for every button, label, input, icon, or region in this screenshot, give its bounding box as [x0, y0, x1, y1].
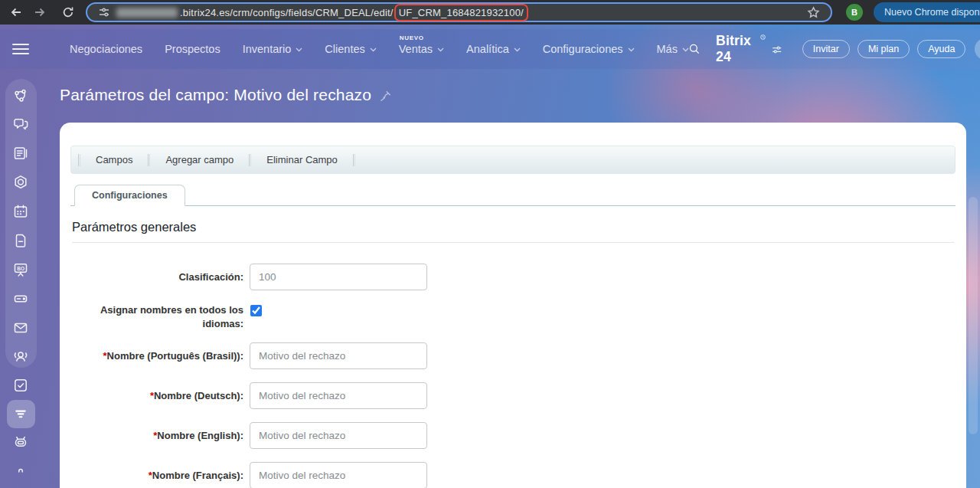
sidebar-item-sites[interactable]: [11, 173, 30, 192]
sidebar-item-mail[interactable]: [11, 319, 30, 337]
chevron-down-icon: [296, 47, 302, 52]
toolbar-item-eliminar-campo[interactable]: Eliminar Campo: [252, 154, 351, 165]
name-pt-br-label: *Nombre (Português (Brasil)):: [72, 349, 243, 363]
nav-right-cluster: Bitrix 24 Invitar Mi plan Ayuda 10:57PM: [689, 33, 980, 65]
sidebar-item-groups[interactable]: [11, 347, 30, 365]
url-address-bar[interactable]: .bitrix24.es/crm/configs/fields/CRM_DEAL…: [86, 2, 832, 22]
toolbar-divider: [148, 154, 150, 166]
name-de-input[interactable]: [250, 382, 427, 409]
field-settings-form: Clasificación: Asignar nombres en todos …: [72, 264, 954, 488]
nav-item-inventario[interactable]: Inventario: [243, 43, 303, 55]
chevron-down-icon: [628, 47, 635, 52]
nav-item-mas[interactable]: Más: [657, 43, 689, 55]
svg-text:BO: BO: [17, 266, 24, 271]
hamburger-icon: [12, 41, 29, 57]
main-navigation-bar: Negociaciones Prospectos Inventario Clie…: [0, 29, 980, 69]
sidebar-item-messenger[interactable]: [11, 115, 30, 133]
clock-badge-icon: [760, 34, 766, 41]
content-card: Campos Agregar campo Eliminar Campo Conf…: [60, 123, 966, 488]
reload-button[interactable]: [57, 2, 80, 22]
chevron-down-icon: [437, 47, 444, 52]
name-en-label: *Nombre (English):: [72, 429, 243, 443]
sliders-icon[interactable]: [772, 44, 782, 55]
url-path: .bitrix24.es/crm/configs/fields/CRM_DEAL…: [180, 7, 394, 18]
back-button[interactable]: [5, 2, 28, 22]
drive-icon: [11, 290, 30, 308]
nav-item-ventas[interactable]: NUEVO Ventas: [399, 43, 444, 55]
clock-widget[interactable]: 10:57PM: [975, 38, 980, 60]
name-en-input[interactable]: [250, 422, 427, 449]
tasks-icon: [11, 376, 30, 395]
name-de-row: *Nombre (Deutsch):: [72, 382, 954, 409]
chevron-down-icon: [682, 47, 689, 52]
nuevo-badge: NUEVO: [400, 34, 424, 41]
nav-item-configuraciones[interactable]: Configuraciones: [543, 43, 635, 55]
sidebar-item-drive[interactable]: [11, 290, 30, 308]
name-pt-br-input[interactable]: [250, 342, 427, 369]
group-icon: [11, 347, 30, 365]
url-highlighted-segment: UF_CRM_1684821932100/: [394, 4, 528, 21]
name-fr-input[interactable]: [250, 462, 427, 488]
nav-item-negociaciones[interactable]: Negociaciones: [70, 43, 142, 55]
my-plan-button[interactable]: Mi plan: [858, 40, 910, 58]
sidebar-item-pulse[interactable]: [11, 87, 30, 105]
field-toolbar: Campos Agregar campo Eliminar Campo: [70, 146, 956, 174]
invite-button[interactable]: Invitar: [802, 40, 850, 58]
search-icon[interactable]: [689, 42, 700, 56]
assign-names-checkbox[interactable]: [250, 305, 262, 316]
board-icon: BO: [11, 260, 30, 279]
right-panel-edge[interactable]: [969, 197, 978, 434]
forward-arrow-icon: [33, 6, 46, 18]
menu-toggle-button[interactable]: [12, 41, 29, 57]
assign-names-row: Asignar nombres en todos los idiomas:: [72, 303, 954, 330]
nav-item-clientes[interactable]: Clientes: [325, 43, 376, 55]
name-fr-label: *Nombre (Français):: [72, 469, 243, 483]
chat-icon: [11, 115, 30, 133]
nav-item-analitica[interactable]: Analítica: [466, 43, 521, 55]
nav-menu: Negociaciones Prospectos Inventario Clie…: [70, 43, 689, 55]
chrome-update-button[interactable]: Nuevo Chrome disponible: [874, 2, 980, 22]
bitrix24-logo: Bitrix 24: [716, 33, 766, 65]
sidebar-item-calendar[interactable]: [11, 202, 30, 221]
hexagon-icon: [11, 173, 30, 192]
toolbar-item-campos[interactable]: Campos: [81, 154, 147, 165]
page-title-row: Parámetros del campo: Motivo del rechazo: [60, 86, 391, 104]
toolbar-divider: [78, 154, 80, 166]
mail-icon: [11, 319, 30, 337]
help-button[interactable]: Ayuda: [917, 40, 965, 58]
nav-buttons: Invitar Mi plan Ayuda: [802, 40, 966, 58]
toolbar-divider: [353, 154, 355, 166]
name-de-label: *Nombre (Deutsch):: [72, 389, 243, 403]
nav-item-prospectos[interactable]: Prospectos: [165, 43, 220, 55]
section-title: Parámetros generales: [72, 220, 954, 243]
market-icon: [11, 454, 30, 473]
classification-input[interactable]: [250, 264, 427, 290]
chevron-down-icon: [370, 47, 377, 52]
sidebar-item-crm-active[interactable]: [11, 404, 30, 423]
tab-configuraciones[interactable]: Configuraciones: [74, 185, 185, 206]
toolbar-item-agregar-campo[interactable]: Agregar campo: [151, 154, 248, 165]
pulse-icon: [11, 87, 30, 105]
sidebar-item-market[interactable]: [11, 454, 30, 473]
name-fr-row: *Nombre (Français):: [72, 462, 954, 488]
toolbar-divider: [249, 154, 251, 166]
browser-profile-avatar[interactable]: B: [846, 4, 863, 21]
pin-icon[interactable]: [380, 90, 391, 102]
name-en-row: *Nombre (English):: [72, 422, 954, 449]
sidebar-item-automation[interactable]: [11, 433, 30, 451]
robot-icon: [11, 433, 30, 451]
general-parameters-section: Parámetros generales Clasificación: Asig…: [72, 220, 954, 488]
calendar-icon: [11, 202, 30, 221]
sidebar-item-tasks[interactable]: [11, 376, 30, 395]
site-settings-icon[interactable]: [98, 6, 110, 18]
bookmark-star-icon[interactable]: [807, 6, 820, 19]
sidebar-item-boards[interactable]: BO: [11, 260, 30, 279]
forward-button[interactable]: [28, 2, 51, 22]
sidebar-item-feed[interactable]: [11, 144, 30, 162]
sidebar-item-docs[interactable]: [11, 231, 30, 250]
crm-funnel-icon: [11, 404, 30, 423]
reload-icon: [62, 6, 74, 18]
classification-row: Clasificación:: [72, 264, 954, 290]
blurred-subdomain: [116, 8, 178, 18]
assign-names-label: Asignar nombres en todos los idiomas:: [72, 303, 243, 330]
